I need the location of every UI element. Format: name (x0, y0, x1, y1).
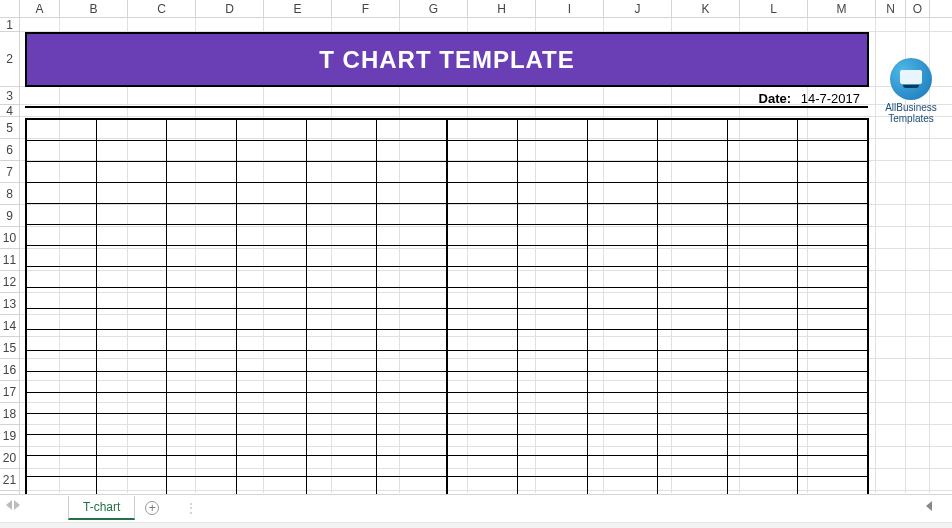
col-header-J[interactable]: J (604, 0, 672, 17)
tchart-cell[interactable] (447, 245, 517, 266)
tchart-cell[interactable] (517, 245, 587, 266)
tchart-cell[interactable] (657, 224, 727, 245)
tchart-cell[interactable] (377, 329, 447, 350)
tchart-cell[interactable] (798, 371, 868, 392)
col-header-K[interactable]: K (672, 0, 740, 17)
row-header-10[interactable]: 10 (0, 227, 20, 249)
row-header-9[interactable]: 9 (0, 205, 20, 227)
tchart-cell[interactable] (166, 434, 236, 455)
col-header-D[interactable]: D (196, 0, 264, 17)
tchart-cell[interactable] (377, 287, 447, 308)
tchart-cell[interactable] (728, 308, 798, 329)
tchart-cell[interactable] (236, 266, 306, 287)
tchart-cell[interactable] (447, 287, 517, 308)
tchart-cell[interactable] (447, 350, 517, 371)
tchart-cell[interactable] (447, 329, 517, 350)
tchart-cell[interactable] (307, 308, 377, 329)
tchart-cell[interactable] (728, 266, 798, 287)
tchart-cell[interactable] (307, 140, 377, 161)
select-all-corner[interactable] (0, 0, 20, 17)
tchart-cell[interactable] (96, 329, 166, 350)
tchart-cell[interactable] (657, 329, 727, 350)
tchart-cell[interactable] (26, 413, 96, 434)
t-chart-grid[interactable] (25, 118, 869, 498)
tchart-cell[interactable] (517, 203, 587, 224)
tchart-cell[interactable] (26, 350, 96, 371)
tchart-cell[interactable] (166, 203, 236, 224)
row-header-15[interactable]: 15 (0, 337, 20, 359)
tchart-cell[interactable] (657, 308, 727, 329)
tchart-cell[interactable] (96, 308, 166, 329)
tchart-cell[interactable] (307, 287, 377, 308)
tchart-cell[interactable] (236, 203, 306, 224)
tchart-cell[interactable] (377, 203, 447, 224)
tchart-cell[interactable] (307, 350, 377, 371)
tchart-cell[interactable] (307, 182, 377, 203)
tchart-cell[interactable] (587, 140, 657, 161)
tchart-cell[interactable] (447, 266, 517, 287)
col-header-H[interactable]: H (468, 0, 536, 17)
row-header-17[interactable]: 17 (0, 381, 20, 403)
tchart-cell[interactable] (728, 245, 798, 266)
tchart-cell[interactable] (377, 350, 447, 371)
tchart-cell[interactable] (447, 371, 517, 392)
tchart-cell[interactable] (657, 434, 727, 455)
tchart-cell[interactable] (447, 434, 517, 455)
tchart-cell[interactable] (657, 455, 727, 476)
tchart-cell[interactable] (728, 161, 798, 182)
tchart-cell[interactable] (517, 434, 587, 455)
tchart-cell[interactable] (26, 182, 96, 203)
row-header-21[interactable]: 21 (0, 469, 20, 491)
tchart-cell[interactable] (236, 161, 306, 182)
row-header-7[interactable]: 7 (0, 161, 20, 183)
row-header-13[interactable]: 13 (0, 293, 20, 315)
tchart-cell[interactable] (447, 308, 517, 329)
tchart-cell[interactable] (236, 329, 306, 350)
tchart-cell[interactable] (798, 224, 868, 245)
tchart-cell[interactable] (657, 350, 727, 371)
tchart-cell[interactable] (166, 140, 236, 161)
tchart-cell[interactable] (728, 371, 798, 392)
tchart-cell[interactable] (798, 329, 868, 350)
tchart-cell[interactable] (728, 350, 798, 371)
tchart-cell[interactable] (587, 308, 657, 329)
tchart-cell[interactable] (96, 434, 166, 455)
tchart-cell[interactable] (96, 119, 166, 140)
tchart-cell[interactable] (26, 266, 96, 287)
tchart-cell[interactable] (657, 371, 727, 392)
new-sheet-button[interactable]: + (139, 496, 165, 520)
tchart-cell[interactable] (307, 434, 377, 455)
tchart-cell[interactable] (96, 245, 166, 266)
tchart-cell[interactable] (728, 413, 798, 434)
row-header-14[interactable]: 14 (0, 315, 20, 337)
col-header-B[interactable]: B (60, 0, 128, 17)
tchart-cell[interactable] (96, 350, 166, 371)
sheet-canvas[interactable]: T CHART TEMPLATE Date: 14-7-2017 AllBusi… (20, 18, 952, 493)
tchart-cell[interactable] (517, 308, 587, 329)
row-header-19[interactable]: 19 (0, 425, 20, 447)
tchart-cell[interactable] (657, 119, 727, 140)
tchart-cell[interactable] (377, 308, 447, 329)
tchart-cell[interactable] (377, 245, 447, 266)
tchart-cell[interactable] (307, 224, 377, 245)
tchart-cell[interactable] (96, 140, 166, 161)
col-header-I[interactable]: I (536, 0, 604, 17)
tchart-cell[interactable] (798, 350, 868, 371)
tchart-cell[interactable] (307, 266, 377, 287)
tchart-cell[interactable] (447, 455, 517, 476)
row-header-20[interactable]: 20 (0, 447, 20, 469)
col-header-M[interactable]: M (808, 0, 876, 17)
tchart-cell[interactable] (307, 245, 377, 266)
tchart-cell[interactable] (657, 287, 727, 308)
tchart-cell[interactable] (447, 119, 517, 140)
tchart-cell[interactable] (447, 140, 517, 161)
sheet-tab-active[interactable]: T-chart (68, 496, 135, 520)
row-header-1[interactable]: 1 (0, 18, 20, 32)
tchart-cell[interactable] (166, 224, 236, 245)
tchart-cell[interactable] (657, 203, 727, 224)
tchart-cell[interactable] (728, 287, 798, 308)
tchart-cell[interactable] (307, 371, 377, 392)
tchart-cell[interactable] (587, 203, 657, 224)
tchart-cell[interactable] (236, 245, 306, 266)
tchart-cell[interactable] (307, 392, 377, 413)
